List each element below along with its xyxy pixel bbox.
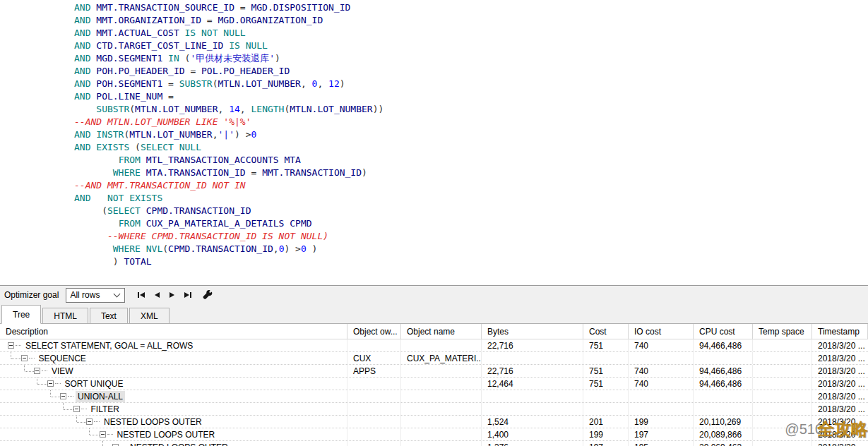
tree-connector-line [37,384,47,385]
cell-bytes: 22,716 [482,365,583,377]
cell-io-cost: 195 [629,441,694,446]
tree-dots [81,409,87,410]
tree-dots [68,396,73,397]
cell-io-cost [629,390,694,402]
plan-row-description[interactable]: SELECT STATEMENT, GOAL = ALL_ROWS [23,340,195,351]
cell-bytes [482,352,583,364]
tree-dots [16,345,21,346]
column-header-description[interactable]: Description [0,324,347,339]
plan-row-description[interactable]: NESTED LOOPS OUTER [128,442,230,446]
cell-cost [583,403,629,415]
last-step-button[interactable] [183,291,193,299]
first-step-button[interactable] [136,291,146,299]
cell-object-name [401,403,482,415]
cell-description: VIEW [0,365,347,377]
tree-collapse-icon[interactable] [8,342,14,349]
tree-collapse-icon[interactable] [86,418,93,425]
cell-io-cost: 197 [629,428,694,440]
tree-collapse-icon[interactable] [60,393,66,399]
cell-cost: 751 [583,339,629,351]
column-header-temp-space[interactable]: Temp space [753,324,812,339]
plan-row[interactable]: UNION-ALL 2018/3/20 ... [0,390,868,403]
cell-bytes: 22,716 [482,339,583,351]
tab-text[interactable]: Text [90,308,128,323]
next-step-button[interactable] [168,291,176,299]
next-step-icon [170,292,174,298]
cell-object-name [401,428,482,440]
tab-text-label: Text [101,311,117,321]
cell-timestamp: 2018/3/20 [812,441,868,446]
cell-timestamp: 2018/3/20 ... [812,365,868,377]
plan-row[interactable]: VIEW APPS 22,716 751 740 94,466,486 2018… [0,365,868,378]
plan-row[interactable]: NESTED LOOPS OUTER 1,376 197 195 20,069,… [0,441,868,446]
cell-cpu-cost: 20,110,269 [694,416,753,428]
tree-connector-line [63,403,64,409]
optimizer-goal-select[interactable]: All rows [66,288,125,303]
sql-code: AND MMT.TRANSACTION_SOURCE_ID = MGD.DISP… [0,0,868,268]
tree-dots [55,383,61,385]
tree-collapse-icon[interactable] [100,431,106,438]
column-header-object-owner[interactable]: Object ow... [347,324,401,339]
tree-connector-line [51,397,61,397]
cell-bytes: 1,400 [482,428,583,440]
cell-object-owner [347,390,401,402]
cell-timestamp: 2018/3/20 ... [812,416,868,428]
column-header-bytes[interactable]: Bytes [482,324,583,339]
cell-cpu-cost: 94,466,486 [694,378,753,390]
tree-connector-line [102,441,103,446]
cell-cost: 751 [583,365,629,377]
tree-connector-line [90,435,100,435]
tree-collapse-icon[interactable] [21,355,28,361]
tree-dots [94,421,100,423]
tab-tree[interactable]: Tree [1,305,41,324]
tree-collapse-icon[interactable] [34,368,40,374]
column-header-cpu-cost[interactable]: CPU cost [694,324,753,339]
cell-bytes [482,403,583,415]
sql-editor[interactable]: AND MMT.TRANSACTION_SOURCE_ID = MGD.DISP… [0,0,868,285]
plan-row-description[interactable]: NESTED LOOPS OUTER [115,429,218,440]
cell-bytes: 12,464 [482,378,583,390]
cell-temp-space [753,352,812,364]
column-header-object-name[interactable]: Object name [401,324,482,339]
cell-object-owner [347,339,401,351]
plan-row-description[interactable]: VIEW [49,366,76,377]
plan-row-description[interactable]: FILTER [89,404,121,415]
column-header-cost[interactable]: Cost [583,324,629,339]
plan-toolbar: Optimizer goal All rows [0,285,868,304]
previous-step-button[interactable] [153,291,161,299]
tree-connector-line [11,352,11,358]
tab-html[interactable]: HTML [42,308,88,323]
plan-row[interactable]: SELECT STATEMENT, GOAL = ALL_ROWS 22,716… [0,339,868,352]
cell-timestamp: 2018/3/20 ... [812,428,868,440]
tree-connector-line [89,428,90,435]
column-header-io-cost[interactable]: IO cost [629,324,694,339]
cell-description: UNION-ALL [0,390,347,402]
plan-row-description[interactable]: SORT UNIQUE [63,378,126,390]
tab-xml[interactable]: XML [129,308,170,323]
cell-object-name [401,365,482,377]
plan-row[interactable]: NESTED LOOPS OUTER 1,400 199 197 20,089,… [0,428,868,441]
plan-row[interactable]: SEQUENCE CUX CUX_PA_MATERI... 2018/3/20 … [0,352,868,365]
previous-step-icon [155,292,160,298]
plan-grid-rows: SELECT STATEMENT, GOAL = ALL_ROWS 22,716… [0,339,868,446]
tree-collapse-icon[interactable] [47,380,54,387]
cell-cpu-cost [694,403,753,415]
plan-row-description[interactable]: UNION-ALL [76,391,125,402]
cell-object-name [401,390,482,402]
preferences-button[interactable] [203,290,213,301]
column-header-timestamp[interactable]: Timestamp [812,324,868,339]
plan-row[interactable]: NESTED LOOPS OUTER 1,524 201 199 20,110,… [0,416,868,428]
plan-row-description[interactable]: NESTED LOOPS OUTER [102,416,204,428]
cell-cost: 751 [583,378,629,390]
cell-cpu-cost: 94,466,486 [694,365,753,377]
cell-object-name [401,339,482,351]
plan-row[interactable]: FILTER 2018/3/20 ... [0,403,868,416]
plan-row-description[interactable]: SEQUENCE [37,353,88,364]
cell-timestamp: 2018/3/20 ... [812,390,868,402]
cell-cpu-cost: 20,089,866 [694,428,753,440]
plan-row[interactable]: SORT UNIQUE 12,464 751 740 94,466,486 20… [0,378,868,390]
tree-collapse-icon[interactable] [73,406,80,412]
cell-timestamp: 2018/3/20 ... [812,352,868,364]
tree-connector-line [64,409,73,410]
tab-tree-label: Tree [13,310,30,320]
